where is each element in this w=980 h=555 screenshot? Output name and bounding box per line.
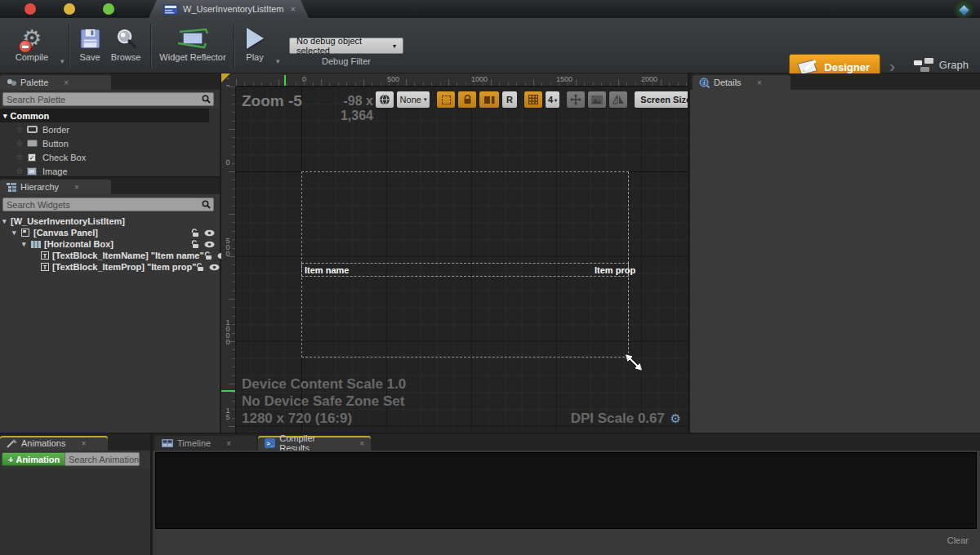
- textblock-icon: T: [41, 263, 49, 272]
- flow-direction-dropdown[interactable]: None ▾: [396, 91, 430, 109]
- favorite-star-icon[interactable]: ☆: [15, 153, 24, 162]
- lock-open-icon[interactable]: [196, 263, 204, 272]
- ruler-cursor-marker: [284, 75, 286, 86]
- globe-icon: [379, 94, 390, 105]
- tree-row-canvas-panel[interactable]: ▾ [Canvas Panel]: [0, 227, 220, 238]
- favorite-star-icon[interactable]: ☆: [15, 125, 24, 134]
- tree-row-textblock-itemprop[interactable]: T [TextBlock_ItemProp] "Item prop": [0, 261, 220, 273]
- widget-outline-horizontal-box[interactable]: [301, 263, 629, 277]
- add-animation-button[interactable]: + Animation: [2, 452, 66, 466]
- resize-mode-button[interactable]: R: [501, 91, 518, 109]
- tab-close-icon[interactable]: ×: [757, 78, 762, 87]
- screen-size-dropdown[interactable]: Screen Size ▾: [634, 91, 688, 109]
- expander-icon[interactable]: ▾: [2, 217, 11, 225]
- visibility-eye-icon[interactable]: [209, 264, 220, 271]
- hierarchy-search-input[interactable]: [3, 198, 202, 211]
- tab-palette[interactable]: Palette ×: [0, 75, 111, 90]
- animation-search[interactable]: [65, 452, 140, 466]
- tree-row-horizontal-box[interactable]: ▾ [Horizontal Box]: [0, 238, 220, 250]
- debug-filter-group: No debug object selected ▾ Debug Filter: [289, 38, 403, 66]
- palette-item-border[interactable]: ☆ Border: [0, 122, 209, 136]
- preview-background-button[interactable]: [587, 91, 607, 109]
- hierarchy-tabstrip: Hierarchy ×: [0, 178, 220, 194]
- lock-open-icon[interactable]: [204, 251, 212, 260]
- graph-icon: [913, 57, 934, 72]
- tree-row-textblock-itemname[interactable]: T [TextBlock_ItemName] "Item name": [0, 250, 220, 261]
- tab-compiler-results[interactable]: >_ Compiler Results ×: [258, 436, 371, 451]
- tab-close-icon[interactable]: ×: [81, 439, 86, 448]
- expander-icon[interactable]: ▾: [22, 240, 30, 248]
- animations-tabstrip: Animations ×: [0, 434, 150, 451]
- window-maximize-light[interactable]: [103, 3, 114, 15]
- textblock-itemprop-widget[interactable]: Item prop: [595, 265, 635, 275]
- palette-item-image[interactable]: ☆ Image: [0, 164, 209, 176]
- palette-item-checkbox[interactable]: ☆ ✓ Check Box: [0, 150, 209, 164]
- unreal-umg-editor-window: W_UserInventoryListItem × Parent class: …: [0, 0, 980, 555]
- animations-panel: + Animation: [0, 451, 150, 555]
- clear-log-button[interactable]: Clear: [947, 535, 969, 545]
- active-tab-corner-marker: [221, 73, 230, 82]
- palette-search[interactable]: [2, 92, 214, 106]
- tab-hierarchy[interactable]: Hierarchy ×: [0, 180, 111, 194]
- hierarchy-search[interactable]: [2, 198, 214, 211]
- horizontal-ruler: 0 500 1000 1500 2000: [236, 75, 688, 87]
- textblock-itemname-widget[interactable]: Item name: [305, 265, 349, 275]
- plus-icon: +: [8, 455, 13, 464]
- flip-preview-button[interactable]: [608, 91, 628, 109]
- palette-item-button[interactable]: ☆ Button: [0, 136, 209, 150]
- palette-search-input[interactable]: [3, 93, 202, 105]
- safe-zone-label: No Device Safe Zone Set: [242, 393, 404, 410]
- lock-widgets-toggle[interactable]: [457, 91, 477, 109]
- tab-details[interactable]: i Details ×: [693, 75, 791, 90]
- mirror-flip-icon: [612, 95, 624, 104]
- compile-button[interactable]: ⚙ Compile: [7, 24, 57, 62]
- widget-reflector-button[interactable]: Widget Reflector: [157, 24, 229, 62]
- play-button[interactable]: Play: [240, 24, 270, 62]
- palette-category-common[interactable]: ▾ Common: [0, 109, 209, 122]
- transform-mode-button[interactable]: [566, 91, 586, 109]
- widget-class-diamond-icon: [957, 3, 970, 16]
- grid-snapping-toggle[interactable]: [523, 91, 543, 109]
- svg-text:i: i: [703, 79, 705, 87]
- tab-close-icon[interactable]: ×: [291, 4, 296, 14]
- debug-filter-label: Debug Filter: [322, 56, 371, 66]
- grid-snap-size-dropdown[interactable]: 4 ▾: [545, 91, 560, 109]
- visibility-eye-icon[interactable]: [204, 241, 215, 248]
- tab-close-icon[interactable]: ×: [74, 183, 79, 192]
- details-tabstrip: i Details ×: [690, 73, 980, 90]
- tab-close-icon[interactable]: ×: [359, 439, 364, 448]
- dpi-settings-gear-icon[interactable]: ⚙: [670, 411, 681, 426]
- debug-object-dropdown[interactable]: No debug object selected ▾: [289, 38, 403, 54]
- expander-icon[interactable]: ▾: [12, 229, 20, 237]
- browse-button[interactable]: Browse: [108, 24, 144, 62]
- play-options-caret-icon[interactable]: ▾: [276, 57, 280, 65]
- tab-timeline[interactable]: Timeline ×: [155, 436, 256, 451]
- lock-open-icon[interactable]: [191, 240, 199, 249]
- save-button[interactable]: Save: [75, 24, 105, 62]
- class-badge-icon[interactable]: [954, 0, 973, 20]
- graph-mode-button[interactable]: Graph: [913, 57, 969, 72]
- show-outlines-toggle[interactable]: [436, 91, 456, 109]
- lock-open-icon[interactable]: [191, 229, 199, 238]
- toolbar-separator: [150, 24, 151, 67]
- expander-icon[interactable]: ▾: [3, 112, 7, 120]
- zoom-level-readout: Zoom -5: [242, 92, 302, 110]
- tab-close-icon[interactable]: ×: [64, 78, 69, 87]
- asset-document-tab[interactable]: W_UserInventoryListItem ×: [149, 0, 309, 18]
- window-close-light[interactable]: [24, 3, 36, 15]
- visibility-eye-icon[interactable]: [204, 229, 215, 237]
- localization-preview-button[interactable]: [375, 91, 394, 109]
- compiler-console-icon: >_: [265, 438, 275, 448]
- compiler-results-log[interactable]: [155, 452, 977, 529]
- image-mountain-icon: [591, 95, 603, 104]
- tab-close-icon[interactable]: ×: [226, 439, 231, 448]
- compile-options-caret-icon[interactable]: ▾: [60, 57, 65, 65]
- favorite-star-icon[interactable]: ☆: [15, 139, 24, 148]
- tree-row-root[interactable]: ▾ [W_UserInventoryListItem]: [0, 215, 220, 227]
- tab-animations[interactable]: Animations ×: [0, 436, 108, 451]
- widget-blueprint-icon: [163, 4, 178, 15]
- respect-locks-toggle[interactable]: [479, 91, 500, 109]
- favorite-star-icon[interactable]: ☆: [15, 166, 24, 175]
- window-minimize-light[interactable]: [64, 3, 75, 15]
- design-canvas[interactable]: Zoom -5 -98 x 1,364 None ▾: [236, 87, 688, 433]
